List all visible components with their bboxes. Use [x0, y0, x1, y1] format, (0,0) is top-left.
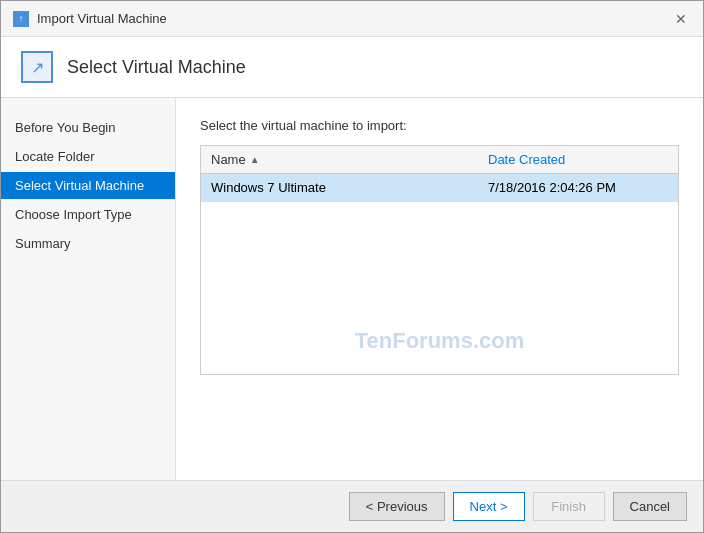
watermark: TenForums.com [355, 328, 525, 354]
column-date-label: Date Created [488, 152, 565, 167]
main-content: Select the virtual machine to import: Na… [176, 98, 703, 480]
page-title: Select Virtual Machine [67, 57, 246, 78]
header-icon-symbol: ↗ [31, 58, 44, 77]
main-wrapper: ↗ Select Virtual Machine Before You Begi… [1, 37, 703, 532]
sidebar-item-locate-folder[interactable]: Locate Folder [1, 143, 175, 170]
sidebar-label-summary: Summary [15, 236, 71, 251]
sidebar: Before You Begin Locate Folder Select Vi… [1, 98, 176, 480]
vm-table-header: Name ▲ Date Created [201, 146, 678, 174]
vm-table-row[interactable]: Windows 7 Ultimate 7/18/2016 2:04:26 PM [201, 174, 678, 202]
instruction-text: Select the virtual machine to import: [200, 118, 679, 133]
sidebar-label-locate-folder: Locate Folder [15, 149, 95, 164]
sidebar-item-select-virtual-machine[interactable]: Select Virtual Machine [1, 172, 175, 199]
sidebar-item-choose-import-type[interactable]: Choose Import Type [1, 201, 175, 228]
close-button[interactable]: ✕ [671, 9, 691, 29]
vm-date-cell: 7/18/2016 2:04:26 PM [488, 180, 668, 195]
finish-button: Finish [533, 492, 605, 521]
window-title: Import Virtual Machine [37, 11, 167, 26]
column-name-label: Name [211, 152, 246, 167]
next-button[interactable]: Next > [453, 492, 525, 521]
vm-table: Name ▲ Date Created Windows 7 Ultimate 7… [200, 145, 679, 375]
vm-name-cell: Windows 7 Ultimate [211, 180, 488, 195]
sidebar-item-summary[interactable]: Summary [1, 230, 175, 257]
page-header: ↗ Select Virtual Machine [1, 37, 703, 98]
title-bar: ↑ Import Virtual Machine ✕ [1, 1, 703, 37]
title-bar-left: ↑ Import Virtual Machine [13, 11, 167, 27]
footer: < Previous Next > Finish Cancel [1, 480, 703, 532]
sidebar-label-choose-import-type: Choose Import Type [15, 207, 132, 222]
sidebar-label-select-virtual-machine: Select Virtual Machine [15, 178, 144, 193]
import-vm-window: ↑ Import Virtual Machine ✕ ↗ Select Virt… [0, 0, 704, 533]
cancel-button[interactable]: Cancel [613, 492, 687, 521]
window-icon: ↑ [13, 11, 29, 27]
sidebar-item-before-you-begin[interactable]: Before You Begin [1, 114, 175, 141]
column-header-date[interactable]: Date Created [488, 152, 668, 167]
header-icon: ↗ [21, 51, 53, 83]
body-area: Before You Begin Locate Folder Select Vi… [1, 98, 703, 480]
sidebar-label-before-you-begin: Before You Begin [15, 120, 115, 135]
previous-button[interactable]: < Previous [349, 492, 445, 521]
vm-table-body: Windows 7 Ultimate 7/18/2016 2:04:26 PM … [201, 174, 678, 374]
sort-arrow-icon: ▲ [250, 154, 260, 165]
column-header-name[interactable]: Name ▲ [211, 152, 488, 167]
window-icon-symbol: ↑ [19, 13, 24, 24]
